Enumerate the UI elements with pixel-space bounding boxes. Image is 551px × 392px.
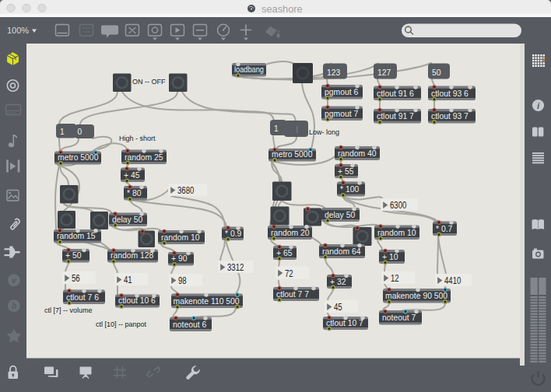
- svg-text:3312: 3312: [227, 262, 244, 273]
- svg-text:pgmout 6: pgmout 6: [325, 87, 358, 96]
- svg-text:random 10: random 10: [161, 233, 200, 242]
- svg-text:* 100: * 100: [340, 184, 359, 194]
- svg-text:ctlout 10 6: ctlout 10 6: [118, 296, 156, 305]
- svg-text:random 40: random 40: [338, 149, 377, 158]
- svg-text:ctlout 93 7: ctlout 93 7: [431, 111, 469, 121]
- svg-text:+ 50: + 50: [65, 250, 82, 260]
- svg-text:ctl [7] -- volume: ctl [7] -- volume: [44, 306, 93, 314]
- svg-text:makenote 110 500: makenote 110 500: [174, 296, 240, 306]
- svg-text:Low- long: Low- long: [309, 128, 339, 136]
- svg-text:delay 50: delay 50: [112, 215, 142, 224]
- svg-text:100%: 100%: [7, 26, 29, 35]
- svg-text:random 25: random 25: [125, 152, 163, 162]
- svg-text:* 0.9: * 0.9: [225, 229, 241, 238]
- svg-text:pgmout 7: pgmout 7: [325, 109, 358, 118]
- svg-text:* 80: * 80: [127, 188, 142, 198]
- svg-text:+ 32: + 32: [330, 277, 346, 286]
- svg-text:ctlout 93 6: ctlout 93 6: [431, 89, 469, 98]
- svg-text:12: 12: [391, 273, 399, 284]
- svg-text:0: 0: [78, 127, 82, 136]
- svg-text:6300: 6300: [390, 200, 407, 211]
- svg-text:4410: 4410: [444, 275, 462, 286]
- svg-text:ctlout 10 7: ctlout 10 7: [326, 318, 363, 327]
- svg-text:ctlout 7 6: ctlout 7 6: [66, 292, 99, 302]
- svg-text:123: 123: [327, 68, 340, 77]
- svg-text:ON -- OFF: ON -- OFF: [132, 78, 166, 86]
- svg-text:|: |: [297, 124, 298, 133]
- svg-text:ctlout 91 6: ctlout 91 6: [377, 89, 414, 98]
- svg-text:noteout 7: noteout 7: [382, 313, 416, 322]
- svg-text:+ 90: + 90: [171, 254, 188, 263]
- svg-text:72: 72: [285, 268, 293, 279]
- svg-text:b: b: [12, 301, 17, 310]
- svg-text:1: 1: [274, 124, 279, 133]
- svg-text:127: 127: [377, 68, 391, 77]
- svg-text:seashore: seashore: [261, 3, 303, 15]
- svg-text:ctlout 91 7: ctlout 91 7: [377, 111, 414, 121]
- svg-text:* 0.7: * 0.7: [436, 224, 452, 233]
- svg-text:random 20: random 20: [271, 228, 310, 237]
- svg-text:+ 65: + 65: [276, 248, 293, 257]
- svg-text:1: 1: [60, 127, 65, 136]
- svg-text:random 10: random 10: [377, 228, 416, 237]
- svg-text:+ 45: + 45: [124, 170, 140, 180]
- svg-text:98: 98: [178, 275, 187, 286]
- svg-text:50: 50: [432, 68, 441, 77]
- svg-text:delay 50: delay 50: [325, 210, 355, 219]
- svg-text:56: 56: [72, 273, 80, 284]
- svg-text:loadbang: loadbang: [234, 65, 264, 74]
- svg-text:makenote 90 500: makenote 90 500: [385, 291, 447, 300]
- svg-text:+ 10: + 10: [382, 252, 398, 261]
- svg-text:41: 41: [124, 275, 132, 285]
- svg-text:3680: 3680: [177, 185, 195, 196]
- svg-text:High - short: High - short: [119, 135, 156, 142]
- svg-text:noteout 6: noteout 6: [173, 320, 206, 329]
- svg-text:ctl [10] -- panpot: ctl [10] -- panpot: [96, 320, 147, 328]
- svg-text:ctlout 7 7: ctlout 7 7: [276, 289, 309, 299]
- svg-text:random 128: random 128: [111, 250, 153, 260]
- svg-text:45: 45: [334, 302, 342, 313]
- svg-text:random 15: random 15: [57, 231, 96, 240]
- svg-text:metro 5000: metro 5000: [272, 149, 312, 159]
- svg-text:random 64: random 64: [322, 247, 361, 256]
- svg-text:+ 55: + 55: [338, 166, 354, 176]
- svg-text:metro 5000: metro 5000: [58, 152, 98, 162]
